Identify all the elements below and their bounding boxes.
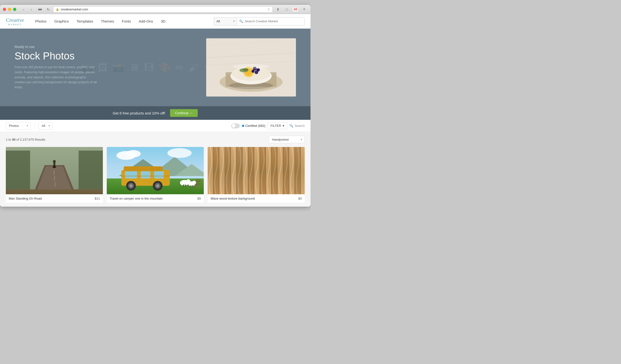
results-count: 1 to 30 of 2,137,675 Results xyxy=(6,138,45,141)
reload-icon[interactable]: ↻ xyxy=(268,8,270,11)
svg-rect-39 xyxy=(124,166,163,171)
filter-button[interactable]: FILTER ▾ xyxy=(267,122,287,129)
svg-point-26 xyxy=(53,160,56,163)
filter-bar: Photos Graphics Templates All Certified xyxy=(0,120,310,132)
svg-rect-25 xyxy=(53,163,55,167)
certified-toggle-track[interactable] xyxy=(231,123,240,128)
filter-search-icon: 🔍 xyxy=(289,124,293,128)
adblock-button[interactable]: AB xyxy=(292,7,299,12)
nav-buttons: ‹ › xyxy=(20,7,35,12)
nav-item-fonts[interactable]: Fonts xyxy=(118,14,135,29)
refresh-icon[interactable]: ↻ xyxy=(45,7,51,12)
new-tab-button[interactable]: + xyxy=(301,7,308,12)
svg-point-46 xyxy=(130,184,132,187)
svg-point-36 xyxy=(167,148,192,158)
product-price-2: $9 xyxy=(197,197,201,200)
product-image-2 xyxy=(107,147,204,194)
logo-creative-text: Creative xyxy=(6,17,24,23)
sort-wrap: Handpicked Newest Best Sellers Price: Lo… xyxy=(269,136,305,143)
svg-rect-60 xyxy=(196,181,201,182)
product-image-1 xyxy=(6,147,103,194)
product-name-1: Man Standing On Road xyxy=(9,197,42,200)
certified-toggle-knob xyxy=(232,124,236,128)
svg-point-10 xyxy=(255,71,258,74)
food-bowl-svg xyxy=(206,38,296,97)
hero-text: Ready to use Stock Photos Find over 2M p… xyxy=(15,45,196,90)
results-range-start: 1 xyxy=(6,138,8,141)
road-image xyxy=(6,147,103,194)
search-container: All Photos Graphics Templates Themes Fon… xyxy=(214,17,305,25)
filter-chevron-icon: ▾ xyxy=(283,124,284,128)
certified-label: Certified xyxy=(245,124,257,128)
results-to-label: to xyxy=(8,138,12,141)
results-header: 1 to 30 of 2,137,675 Results Handpicked … xyxy=(6,136,305,143)
logo[interactable]: Creative MARKET xyxy=(6,17,24,26)
svg-rect-21 xyxy=(79,150,103,189)
share-button[interactable]: ⬆ xyxy=(275,7,281,12)
search-input[interactable] xyxy=(237,17,305,25)
results-range-end: 30 xyxy=(12,138,15,141)
nav-item-3d[interactable]: 3D xyxy=(157,14,169,29)
product-info-3: Wave wood texture background $3 xyxy=(208,194,305,203)
back-button[interactable]: ‹ xyxy=(20,7,27,12)
subcategory-filter[interactable]: All xyxy=(39,122,52,130)
nav-item-addons[interactable]: Add-Ons xyxy=(135,14,157,29)
category-filter[interactable]: Photos Graphics Templates xyxy=(6,122,31,130)
minimize-button[interactable] xyxy=(8,8,11,11)
tab-overview-button[interactable]: □ xyxy=(283,7,290,12)
product-info-1: Man Standing On Road $11 xyxy=(6,194,103,203)
certified-count: (682) xyxy=(258,124,265,128)
close-button[interactable] xyxy=(3,8,6,11)
nav-item-photos[interactable]: Photos xyxy=(31,14,51,29)
product-price-3: $3 xyxy=(298,197,302,200)
filter-button-label: FILTER xyxy=(271,124,281,128)
product-price-1: $11 xyxy=(95,197,100,200)
product-name-2: Travel on camper one in the mountain xyxy=(110,197,163,200)
address-bar-area: ↻ 🔒 creativemarket.com ↻ xyxy=(45,6,273,13)
svg-point-11 xyxy=(252,70,255,73)
subcategory-filter-wrap: All xyxy=(39,122,52,130)
filter-divider-1 xyxy=(34,123,35,129)
url-text: creativemarket.com xyxy=(61,8,88,11)
website-content: Creative MARKET Photos Graphics Template… xyxy=(0,14,310,207)
nav-links: Photos Graphics Templates Themes Fonts A… xyxy=(31,14,214,29)
reader-view-button[interactable]: ■■ xyxy=(37,7,43,12)
browser-titlebar: ‹ › ■■ ↻ 🔒 creativemarket.com ↻ ⬆ □ AB + xyxy=(0,5,310,14)
toolbar-right: ⬆ □ AB + xyxy=(275,7,308,12)
nav-item-templates[interactable]: Templates xyxy=(73,14,97,29)
product-card-3[interactable]: Wave wood texture background $3 xyxy=(208,147,305,203)
sort-select[interactable]: Handpicked Newest Best Sellers Price: Lo… xyxy=(269,136,305,143)
product-image-3 xyxy=(208,147,305,194)
nav-item-graphics[interactable]: Graphics xyxy=(51,14,73,29)
browser-window: ‹ › ■■ ↻ 🔒 creativemarket.com ↻ ⬆ □ AB +… xyxy=(0,5,310,207)
hero-section: 📷 🖼 📸 🖥 🎞 🎨 ✏ 🖌 ⭐ ▦ Ready to use Stock P… xyxy=(0,29,310,106)
hero-image-placeholder xyxy=(206,38,296,97)
road-svg xyxy=(6,147,103,189)
promo-bar: Get 6 free products and 10% off! Continu… xyxy=(0,106,310,120)
address-bar[interactable]: 🔒 creativemarket.com ↻ xyxy=(53,6,273,13)
svg-point-55 xyxy=(192,181,196,184)
search-category-select-wrap: All Photos Graphics Templates Themes Fon… xyxy=(214,17,237,25)
maximize-button[interactable] xyxy=(13,8,16,11)
promo-continue-button[interactable]: Continue → xyxy=(170,109,198,117)
filter-search-wrap[interactable]: 🔍 Search xyxy=(289,124,305,128)
results-area: 1 to 30 of 2,137,675 Results Handpicked … xyxy=(0,132,310,207)
svg-rect-20 xyxy=(6,150,30,189)
results-of-label: of xyxy=(16,138,20,141)
category-filter-wrap: Photos Graphics Templates xyxy=(6,122,31,130)
search-category-select[interactable]: All Photos Graphics Templates Themes Fon… xyxy=(214,17,237,25)
product-card-1[interactable]: Man Standing On Road $11 xyxy=(6,147,103,203)
results-total: 2,137,675 xyxy=(20,138,34,141)
promo-text: Get 6 free products and 10% off! xyxy=(113,111,165,115)
wood-svg xyxy=(208,147,305,194)
svg-point-49 xyxy=(156,184,159,187)
svg-rect-40 xyxy=(125,171,137,179)
svg-rect-61 xyxy=(196,184,201,184)
svg-rect-41 xyxy=(141,171,150,179)
product-card-2[interactable]: Travel on camper one in the mountain $9 xyxy=(107,147,204,203)
nav-item-themes[interactable]: Themes xyxy=(97,14,118,29)
forward-button[interactable]: › xyxy=(28,7,35,12)
svg-rect-42 xyxy=(154,171,164,179)
lock-icon: 🔒 xyxy=(56,8,59,11)
hero-image xyxy=(206,38,296,97)
